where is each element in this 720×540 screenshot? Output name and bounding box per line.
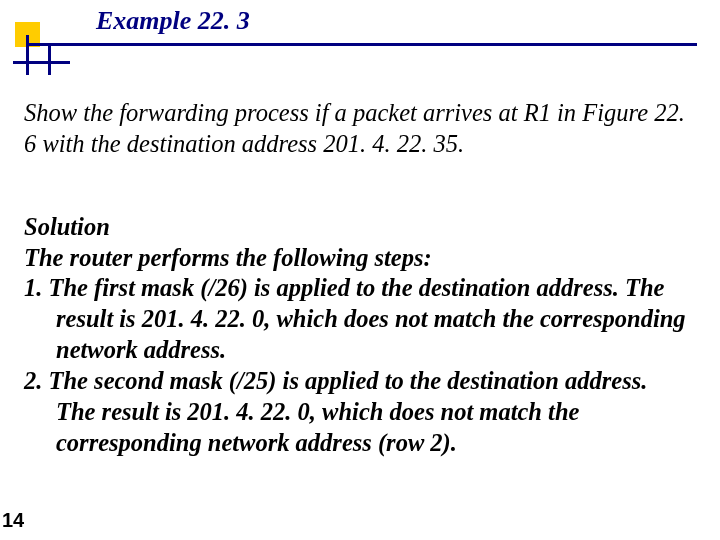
slide-title: Example 22. 3	[96, 6, 250, 36]
header-rule-vert-right	[48, 43, 51, 75]
problem-text: Show the forwarding process if a packet …	[24, 98, 690, 160]
solution-label: Solution	[24, 212, 690, 243]
header-rule-top	[27, 43, 697, 46]
step-number: 2.	[24, 367, 42, 394]
header-rule-vert-left	[26, 35, 29, 75]
page-number: 14	[2, 509, 24, 532]
slide-header: Example 22. 3	[0, 0, 720, 64]
step-text: The first mask (/26) is applied to the d…	[49, 274, 686, 363]
solution-steps: 1. The first mask (/26) is applied to th…	[24, 273, 690, 458]
solution-intro: The router performs the following steps:	[24, 243, 690, 274]
list-item: 1. The first mask (/26) is applied to th…	[24, 273, 690, 366]
slide-content: Show the forwarding process if a packet …	[24, 98, 690, 459]
step-text: The second mask (/25) is applied to the …	[49, 367, 648, 456]
step-number: 1.	[24, 274, 42, 301]
header-rule-bottom	[13, 61, 70, 64]
list-item: 2. The second mask (/25) is applied to t…	[24, 366, 690, 459]
